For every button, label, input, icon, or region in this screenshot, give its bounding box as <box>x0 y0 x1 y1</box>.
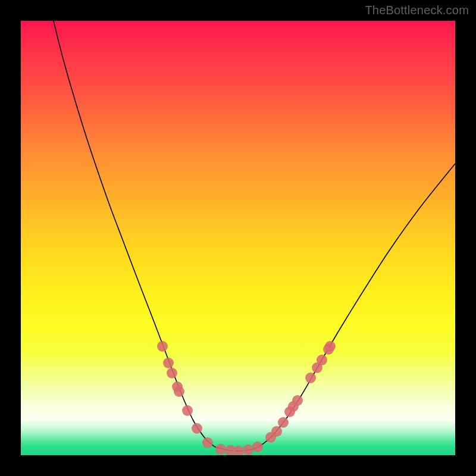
watermark-text: TheBottleneck.com <box>365 4 469 17</box>
sample-dot <box>292 395 303 406</box>
sample-dot <box>182 405 193 416</box>
sample-dot <box>174 386 184 397</box>
chart-overlay <box>21 21 455 455</box>
sample-dot <box>271 426 282 437</box>
sample-dots-group <box>157 341 336 455</box>
sample-dot <box>325 341 336 352</box>
curve-right <box>259 164 455 447</box>
sample-dot <box>167 368 177 378</box>
chart-frame: TheBottleneck.com <box>0 0 476 476</box>
plot-area <box>21 21 455 455</box>
sample-dot <box>157 341 168 352</box>
sample-dot <box>215 444 226 455</box>
sample-dot <box>163 358 174 368</box>
sample-dot <box>202 437 213 448</box>
sample-dot <box>243 444 253 455</box>
sample-dot <box>278 417 289 428</box>
sample-dot <box>305 372 316 383</box>
curve-left <box>54 21 215 447</box>
sample-dot <box>252 441 263 452</box>
sample-dot <box>317 355 327 365</box>
sample-dot <box>192 423 202 434</box>
sample-dot <box>233 446 244 455</box>
